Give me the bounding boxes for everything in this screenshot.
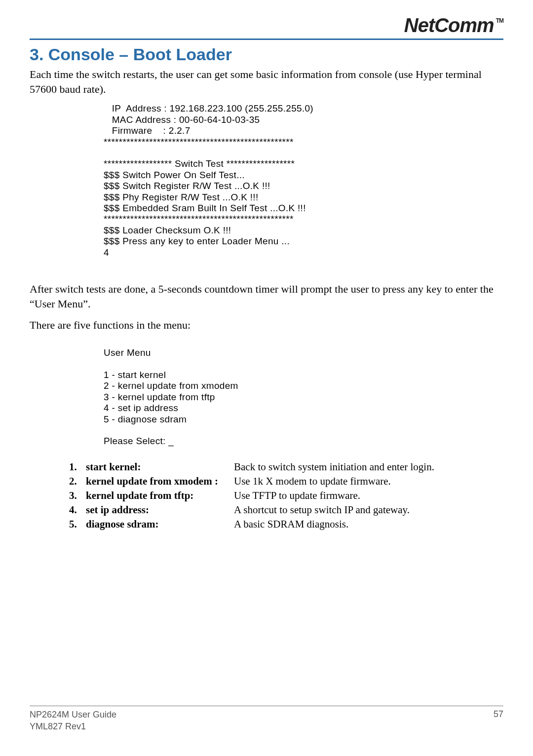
list-item: 2. kernel update from xmodem : Use 1k X … bbox=[69, 475, 503, 488]
list-desc: Use TFTP to update firmware. bbox=[234, 490, 360, 502]
page-footer: NP2624M User Guide YML827 Rev1 57 bbox=[30, 706, 503, 732]
console-output-boot: IP Address : 192.168.223.100 (255.255.25… bbox=[104, 103, 503, 258]
list-item: 4. set ip address: A shortcut to setup s… bbox=[69, 504, 503, 516]
list-term: set ip address: bbox=[86, 504, 234, 516]
intro-paragraph: Each time the switch restarts, the user … bbox=[30, 67, 503, 96]
list-number: 5. bbox=[69, 518, 86, 530]
console-output-menu: User Menu 1 - start kernel 2 - kernel up… bbox=[104, 347, 503, 447]
after-tests-paragraph: After switch tests are done, a 5-seconds… bbox=[30, 282, 503, 311]
list-term: diagnose sdram: bbox=[86, 518, 234, 530]
netcomm-logo: NetComm TM bbox=[404, 14, 503, 37]
list-desc: Back to switch system initiation and ent… bbox=[234, 461, 434, 473]
list-item: 5. diagnose sdram: A basic SDRAM diagnos… bbox=[69, 518, 503, 530]
list-term: kernel update from xmodem : bbox=[86, 475, 234, 488]
page-header: NetComm TM bbox=[30, 14, 503, 37]
list-item: 1. start kernel: Back to switch system i… bbox=[69, 461, 503, 473]
function-list: 1. start kernel: Back to switch system i… bbox=[69, 461, 503, 530]
list-desc: Use 1k X modem to update firmware. bbox=[234, 475, 391, 488]
list-number: 2. bbox=[69, 475, 86, 488]
logo-text: NetComm bbox=[404, 14, 494, 37]
footer-rev: YML827 Rev1 bbox=[30, 721, 116, 732]
list-term: kernel update from tftp: bbox=[86, 490, 234, 502]
list-desc: A shortcut to setup switch IP and gatewa… bbox=[234, 504, 410, 516]
header-rule bbox=[30, 38, 503, 40]
list-desc: A basic SDRAM diagnosis. bbox=[234, 518, 348, 530]
document-page: NetComm TM 3. Console – Boot Loader Each… bbox=[0, 0, 533, 756]
footer-rule bbox=[30, 706, 503, 706]
five-functions-paragraph: There are five functions in the menu: bbox=[30, 318, 503, 333]
list-number: 4. bbox=[69, 504, 86, 516]
list-term: start kernel: bbox=[86, 461, 234, 473]
list-item: 3. kernel update from tftp: Use TFTP to … bbox=[69, 490, 503, 502]
footer-page-number: 57 bbox=[494, 709, 503, 732]
section-heading: 3. Console – Boot Loader bbox=[30, 45, 503, 64]
footer-guide: NP2624M User Guide bbox=[30, 709, 116, 720]
list-number: 3. bbox=[69, 490, 86, 502]
logo-trademark: TM bbox=[496, 17, 503, 24]
list-number: 1. bbox=[69, 461, 86, 473]
